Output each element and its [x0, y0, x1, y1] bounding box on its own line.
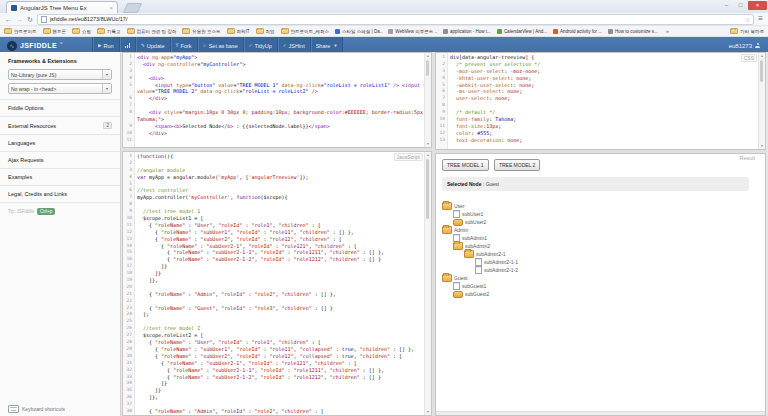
tree-node-subuser1[interactable]: subUser1: [442, 210, 759, 218]
html-scrollbar[interactable]: ▲ ▼: [424, 53, 431, 147]
bookmark-item[interactable]: 유용한 포스트: [182, 28, 220, 34]
folder-closed-icon[interactable]: [453, 291, 463, 298]
line-number: 6: [436, 88, 445, 95]
bookmark-label: CalendarView | And...: [504, 29, 547, 34]
tree-node-user[interactable]: User: [442, 202, 759, 210]
close-button[interactable]: ×: [748, 1, 767, 10]
sidebar-item-external-resources[interactable]: External Resources2: [0, 117, 120, 135]
bookmark-item[interactable]: 취업: [256, 28, 275, 34]
css-editor-panel[interactable]: CSS 12345678910111213 div[data-angular-t…: [435, 52, 766, 150]
tree-node-subadmin2-1[interactable]: subAdmin2-1: [442, 250, 759, 258]
scroll-up-icon[interactable]: ▲: [425, 152, 431, 158]
tab-close-icon[interactable]: ×: [109, 5, 113, 11]
file-icon[interactable]: [453, 282, 460, 290]
bookmark-item[interactable]: 스타일 스페셜 | Da..: [335, 29, 382, 34]
bookmark-item[interactable]: WebView 리부른트 ..: [388, 29, 437, 34]
css-panel-label: CSS: [741, 54, 757, 62]
maximize-button[interactable]: □: [734, 1, 747, 10]
code-line: { "roleName" : "subUser2-1-1", "roleId" …: [137, 249, 424, 256]
keyboard-shortcuts-link[interactable]: Keyboard shortcuts: [8, 405, 65, 413]
line-number: 9: [436, 109, 445, 116]
folder-open-icon[interactable]: [453, 242, 463, 250]
code-line: //test tree model 2: [137, 325, 424, 332]
html-editor-panel[interactable]: 12345 678 91011 <div ng-app="myApp"> <di…: [122, 52, 432, 148]
check-icon: ✓: [283, 43, 287, 48]
folder-open-icon[interactable]: [442, 202, 452, 210]
scroll-down-icon[interactable]: ▼: [425, 141, 431, 147]
html-code[interactable]: <div ng-app="myApp"> <div ng-controller=…: [137, 54, 424, 147]
bookmark-item[interactable]: application - How t...: [443, 29, 491, 34]
sidebar-item-fiddle-options[interactable]: Fiddle Options: [0, 100, 120, 117]
wrap-select[interactable]: No wrap - in <head> ▼: [8, 83, 112, 94]
tree-node-subadmin2-1-1[interactable]: subAdmin2-1-1: [442, 258, 759, 266]
bookmark-item[interactable]: 안드로이드: [4, 28, 37, 34]
bookmark-item[interactable]: 기독교: [97, 28, 121, 34]
tree-model-1-button[interactable]: TREE MODEL 1: [442, 159, 489, 171]
js-editor-panel[interactable]: JavaScript 12345678910111213141516171819…: [122, 151, 432, 416]
framework-select-value: No-Library (pure JS): [11, 72, 56, 78]
tree-node-label: Admin: [454, 227, 468, 233]
file-icon[interactable]: [475, 258, 482, 266]
tree-node-admin[interactable]: Admin: [442, 226, 759, 234]
code-line: [137, 181, 424, 188]
sidebar-item-examples[interactable]: Examples: [0, 169, 120, 186]
tree-node-subguest1[interactable]: subGuest1: [442, 282, 759, 290]
bookmark-item[interactable]: Android activity for ...: [553, 29, 602, 34]
scroll-thumb[interactable]: [426, 159, 429, 219]
tree-node-guest[interactable]: Guest: [442, 274, 759, 282]
tree-node-subadmin2-1-2[interactable]: subAdmin2-1-2: [442, 266, 759, 274]
scroll-thumb[interactable]: [426, 60, 429, 76]
forward-icon[interactable]: →: [16, 16, 23, 23]
tree-node-subguest2[interactable]: subGuest2: [442, 290, 759, 298]
reload-icon[interactable]: ↻: [27, 16, 33, 23]
other-bookmarks[interactable]: 기타 북마크: [730, 28, 764, 34]
line-number: 10: [123, 215, 132, 222]
bookmark-item[interactable]: 안드로이드_레퍼스: [281, 28, 330, 34]
file-icon[interactable]: [453, 210, 460, 218]
bookmark-item[interactable]: 핸드폰: [43, 28, 67, 34]
play-icon: ▶: [98, 43, 101, 48]
framework-select[interactable]: No-Library (pure JS) ▼: [8, 69, 112, 80]
pencil-icon: ✎: [141, 43, 145, 48]
url-bar[interactable]: jsfiddle.net/eu81273/8LWUc/17/ ☆: [37, 14, 754, 25]
js-scrollbar[interactable]: ▲ ▼: [424, 152, 431, 415]
scroll-thumb[interactable]: [760, 60, 763, 82]
result-hscrollbar[interactable]: [436, 411, 765, 415]
line-number: 1: [436, 54, 445, 61]
scroll-down-icon[interactable]: ▼: [425, 409, 431, 415]
scroll-up-icon[interactable]: ▲: [425, 53, 431, 59]
bookmark-star-icon[interactable]: ☆: [745, 16, 750, 23]
folder-open-icon[interactable]: [442, 274, 452, 282]
folder-icon: [256, 28, 264, 34]
sidebar-item-ajax-requests[interactable]: Ajax Requests: [0, 152, 120, 169]
sidebar-item-languages[interactable]: Languages: [0, 135, 120, 152]
tree-node-subadmin1[interactable]: subAdmin1: [442, 234, 759, 242]
folder-closed-icon[interactable]: [453, 219, 463, 226]
js-code[interactable]: (function(){ //angular modulevar myApp =…: [137, 153, 424, 415]
scroll-up-icon[interactable]: ▲: [759, 53, 765, 59]
minimize-button[interactable]: –: [720, 1, 733, 10]
tree-node-subadmin2[interactable]: subAdmin2: [442, 242, 759, 250]
css-scrollbar[interactable]: ▲ ▼: [758, 53, 765, 149]
header-button-label: Run: [103, 43, 113, 49]
bookmark-item[interactable]: CalendarView | And...: [497, 29, 547, 34]
bookmark-item[interactable]: How to customize s...: [608, 29, 658, 34]
tree-node-subuser2[interactable]: subUser2: [442, 218, 759, 226]
bookmarks-overflow-icon[interactable]: »: [666, 28, 669, 34]
tree-model-2-button[interactable]: TREE MODEL 2: [494, 159, 541, 171]
chrome-menu-icon[interactable]: ≡: [758, 15, 763, 23]
folder-open-icon[interactable]: [464, 250, 474, 258]
bookmark-item[interactable]: 컴퓨터 관련 팁 강좌: [127, 28, 177, 34]
new-tab-button[interactable]: [123, 3, 143, 13]
line-number: 1: [123, 153, 132, 160]
folder-open-icon[interactable]: [442, 226, 452, 234]
sidebar-item-legal-credits-and-links[interactable]: Legal, Credits and Links: [0, 186, 120, 203]
css-code[interactable]: div[data-angular-treeview] { /* prevent …: [450, 54, 758, 149]
browser-tab[interactable]: AngularJS Tree Menu Ex ×: [6, 1, 118, 13]
scroll-down-icon[interactable]: ▼: [759, 143, 765, 149]
back-icon[interactable]: ←: [5, 16, 12, 23]
bookmark-item[interactable]: 파워IT: [227, 28, 250, 34]
file-icon[interactable]: [475, 266, 482, 274]
code-line: <div style="margin:10px 0 30px 0; paddin…: [137, 109, 424, 116]
bookmark-item[interactable]: 쇼핑: [72, 28, 91, 34]
